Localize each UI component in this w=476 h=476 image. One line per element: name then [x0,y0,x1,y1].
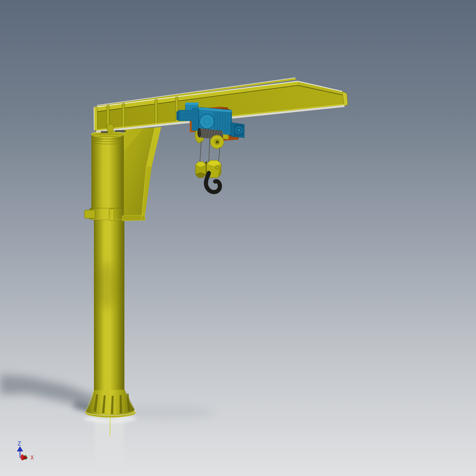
left-motor-cap [176,111,179,120]
cad-viewport[interactable]: Z X [0,0,476,476]
pivot-pin [107,124,113,132]
motor-junction-box-lid [185,102,199,105]
column-reflection [95,418,124,471]
column-smudge [97,263,116,308]
column-highlight [102,221,107,414]
motor-end-disc [200,114,214,129]
axis-x-label: X [30,454,34,461]
mid-connector [192,108,199,131]
sheave-slot [216,141,219,143]
boom-end-highlight [94,107,94,130]
column-shaft [94,218,124,416]
collar-pin [109,209,114,220]
axis-x-cone-base [21,454,24,460]
gearbox-circle-inner [238,129,240,131]
drum-end-flange [197,128,201,137]
sheave-side-tab [223,134,228,139]
boom-sleeve-gap-shadow-1 [101,131,108,133]
collar-lug [84,210,95,218]
left-motor-fins [179,111,192,120]
sleeve-body [91,133,124,220]
boom-sleeve-gap-shadow-2 [115,130,126,132]
cad-viewport-container: Z X [0,0,476,476]
crane-column [94,218,124,416]
viewport-background [0,0,476,476]
axis-z-label: Z [17,440,21,447]
